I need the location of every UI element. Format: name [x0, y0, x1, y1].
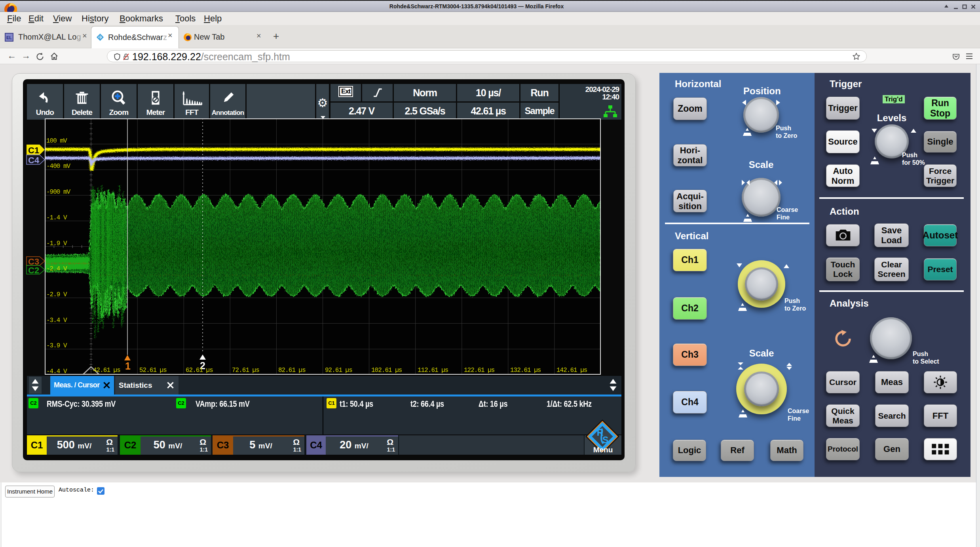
svg-text:1: 1: [125, 360, 131, 372]
svg-text:S: S: [602, 435, 608, 445]
svg-text:-400 mV: -400 mV: [46, 163, 71, 170]
svg-text:100 mV: 100 mV: [46, 137, 67, 145]
svg-text:C1: C1: [28, 145, 39, 155]
svg-text:-4.4 V: -4.4 V: [46, 368, 67, 375]
svg-text:72.61 µs: 72.61 µs: [232, 367, 259, 374]
svg-text:-2.9 V: -2.9 V: [46, 291, 67, 298]
svg-text:122.61 µs: 122.61 µs: [464, 367, 495, 374]
svg-text:92.61 µs: 92.61 µs: [325, 367, 352, 374]
svg-text:42.61 µs: 42.61 µs: [93, 367, 120, 374]
svg-text:52.61 µs: 52.61 µs: [139, 367, 167, 374]
svg-text:C4: C4: [28, 155, 40, 165]
svg-text:82.61 µs: 82.61 µs: [278, 367, 306, 374]
svg-text:142.61 µs: 142.61 µs: [556, 367, 587, 374]
svg-text:-1.9 V: -1.9 V: [46, 240, 67, 247]
svg-text:EL: EL: [6, 35, 12, 40]
svg-text:-3.9 V: -3.9 V: [46, 342, 67, 349]
svg-text:132.61 µs: 132.61 µs: [510, 367, 541, 374]
svg-text:-1.4 V: -1.4 V: [46, 214, 67, 221]
svg-text:62.61 µs: 62.61 µs: [186, 367, 213, 374]
svg-text:C2: C2: [28, 265, 39, 275]
svg-text:102.61 µs: 102.61 µs: [371, 367, 402, 374]
svg-text:-900 mV: -900 mV: [46, 189, 71, 196]
svg-text:-3.4 V: -3.4 V: [46, 317, 67, 324]
svg-text:112.61 µs: 112.61 µs: [418, 367, 448, 374]
svg-text:-2.4 V: -2.4 V: [46, 265, 67, 273]
